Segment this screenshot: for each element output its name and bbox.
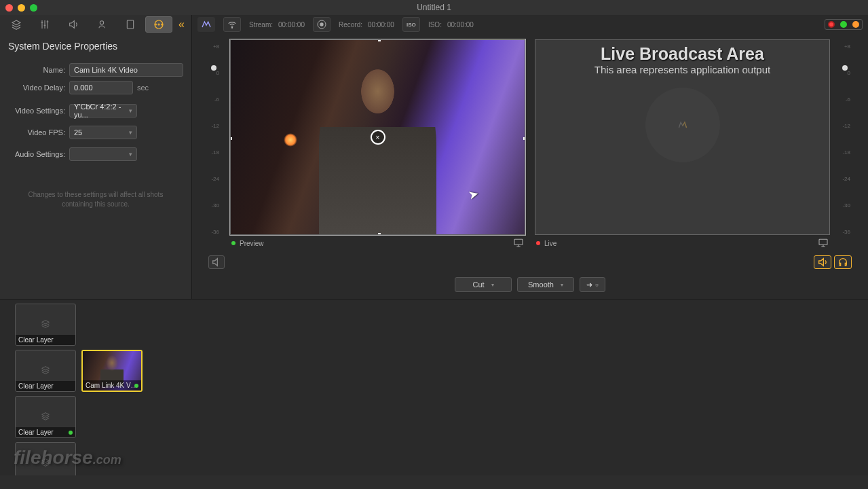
meter-tick: -36 — [211, 229, 219, 235]
name-input[interactable] — [69, 63, 183, 77]
tab-audio[interactable] — [60, 16, 87, 33]
record-label: Record: — [339, 21, 362, 29]
live-title: Live Broadcast Area — [601, 44, 764, 64]
main-area: Stream: 00:00:00 Record: 00:00:00 ISO IS… — [192, 15, 868, 299]
titlebar: Untitled 1 — [0, 0, 868, 15]
shot-thumb-clear[interactable] — [15, 442, 76, 475]
layer-drag-handle[interactable] — [5, 350, 10, 392]
layer-drag-handle[interactable] — [5, 304, 10, 346]
iso-label: ISO: — [428, 21, 442, 29]
fps-select[interactable]: 25 — [69, 126, 137, 139]
output-speaker-button[interactable] — [814, 255, 831, 269]
status-dot-green — [840, 21, 847, 28]
delay-unit: sec — [137, 84, 149, 92]
status-indicators — [825, 19, 863, 30]
meter-tick: -24 — [211, 176, 219, 182]
audio-meter-right: +80-6-12-18-24-30-36 — [839, 39, 852, 251]
preview-mute-button[interactable] — [208, 255, 225, 269]
transition-cut-select[interactable]: Cut — [455, 277, 512, 292]
meter-tick: +8 — [844, 43, 850, 50]
iso-button[interactable]: ISO — [402, 17, 420, 32]
top-toolbar: Stream: 00:00:00 Record: 00:00:00 ISO IS… — [192, 15, 868, 34]
status-dot-red — [828, 21, 835, 28]
meter-tick: -24 — [842, 176, 850, 182]
audio-meter-left: +80-6-12-18-24-30-36 — [208, 39, 221, 251]
layer-row — [5, 442, 863, 475]
status-dot-orange — [852, 21, 859, 28]
preview-status-dot — [231, 241, 235, 245]
layer-row: Clear LayerCam Link 4K Vide — [5, 350, 863, 392]
tab-layers[interactable] — [3, 16, 30, 33]
svg-point-6 — [231, 27, 232, 28]
transition-smooth-select[interactable]: Smooth — [517, 277, 574, 292]
shot-thumb-clear[interactable]: Clear Layer — [15, 350, 76, 392]
svg-rect-9 — [514, 239, 523, 244]
live-canvas[interactable]: Live Broadcast Area This area represents… — [535, 39, 830, 235]
shot-thumb-clear[interactable]: Clear Layer — [15, 304, 76, 346]
stream-label: Stream: — [249, 21, 273, 29]
preview-monitor: × ➤ Preview — [230, 39, 525, 251]
panel-title: System Device Properties — [0, 34, 191, 61]
live-label-text: Live — [544, 240, 556, 247]
meter-tick: -6 — [214, 96, 219, 103]
app-logo-icon — [197, 17, 215, 32]
svg-point-3 — [158, 24, 159, 25]
meter-tick: -18 — [842, 149, 850, 156]
rotate-handle[interactable]: × — [371, 130, 385, 145]
delay-label: Video Delay: — [8, 84, 65, 92]
live-status-dot — [536, 241, 540, 245]
tab-text[interactable] — [117, 16, 144, 33]
shot-thumb-clear[interactable]: Clear Layer — [15, 396, 76, 438]
layers-icon — [40, 317, 51, 333]
meter-tick: -36 — [842, 229, 850, 235]
preview-canvas[interactable]: × ➤ — [230, 39, 525, 235]
minimize-window-button[interactable] — [18, 4, 25, 12]
tab-rtmp[interactable] — [88, 16, 115, 33]
layer-row: Clear Layer — [5, 304, 863, 346]
delay-input[interactable] — [69, 81, 133, 94]
layer-drag-handle[interactable] — [5, 442, 10, 475]
window-title: Untitled 1 — [417, 3, 451, 12]
meter-tick: -12 — [211, 123, 219, 129]
live-monitor: Live Broadcast Area This area represents… — [535, 39, 830, 251]
layer-drag-handle[interactable] — [5, 396, 10, 438]
audio-settings-select[interactable] — [69, 147, 137, 161]
shot-label: Clear Layer — [16, 427, 75, 437]
video-settings-select[interactable]: Y'CbCr 4:2:2 - yu... — [69, 104, 137, 117]
live-monitor-icon[interactable] — [818, 237, 829, 249]
close-window-button[interactable] — [5, 4, 13, 12]
layer-row: Clear Layer — [5, 396, 863, 438]
layers-icon — [40, 456, 51, 471]
name-label: Name: — [8, 66, 65, 74]
collapse-sidebar-button[interactable]: « — [174, 18, 189, 31]
tab-device-properties[interactable] — [145, 16, 172, 33]
meter-tick: 0 — [216, 70, 219, 76]
layers-icon — [40, 410, 51, 425]
layers-icon — [40, 363, 51, 379]
tab-levels[interactable] — [31, 16, 58, 33]
layers-panel: Clear LayerClear LayerCam Link 4K VideCl… — [0, 299, 868, 475]
fps-label: Video FPS: — [8, 128, 65, 137]
shot-live-indicator — [134, 384, 138, 388]
svg-point-8 — [320, 22, 323, 26]
properties-sidebar: « System Device Properties Name: Video D… — [0, 15, 192, 299]
shot-label: Clear Layer — [16, 381, 75, 391]
wifi-button[interactable] — [223, 17, 241, 32]
shot-thumb-media[interactable]: Cam Link 4K Vide — [81, 350, 143, 392]
app-logo-large — [645, 88, 720, 162]
live-subtitle: This area represents application output — [595, 64, 770, 75]
output-headphone-button[interactable] — [834, 255, 852, 269]
preview-label-text: Preview — [240, 240, 264, 247]
preview-monitor-icon[interactable] — [513, 237, 524, 249]
shot-live-indicator — [69, 431, 73, 435]
transition-bar: Cut Smooth ➜○ — [192, 272, 868, 299]
sidebar-tabs: « — [0, 15, 191, 34]
maximize-window-button[interactable] — [30, 4, 37, 12]
transition-go-button[interactable]: ➜○ — [580, 277, 605, 292]
meter-tick: -18 — [211, 149, 219, 156]
shot-label: Clear Layer — [16, 335, 75, 345]
audio-settings-label: Audio Settings: — [8, 150, 65, 158]
record-button[interactable] — [313, 17, 331, 32]
shot-label: Cam Link 4K Vide — [83, 380, 141, 391]
video-settings-label: Video Settings: — [8, 107, 65, 115]
